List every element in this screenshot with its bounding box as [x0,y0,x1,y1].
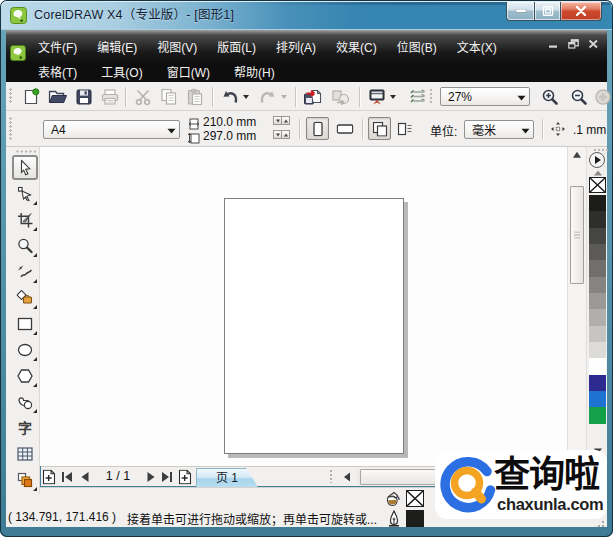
last-page-button[interactable] [159,468,175,486]
add-page-button[interactable] [41,468,57,486]
table-tool[interactable] [12,441,38,466]
paper-height-spinner[interactable] [273,130,290,139]
color-swatch-20-black[interactable] [589,326,606,342]
open-button[interactable] [47,86,69,108]
palette-flyout-button[interactable] [589,152,605,168]
launcher-button[interactable] [366,86,388,108]
paper-width-spinner[interactable] [273,116,290,125]
menu-item-e[interactable]: 编辑(E) [87,35,147,58]
color-swatch-40-black[interactable] [589,293,606,309]
color-swatch-90-black[interactable] [589,211,606,227]
welcome-button[interactable] [407,86,429,108]
menu-item-l[interactable]: 版面(L) [207,35,266,58]
polygon-tool[interactable] [12,363,38,388]
shape-tool[interactable] [12,181,38,206]
maximize-button[interactable] [534,2,561,21]
freehand-tool[interactable] [12,259,38,284]
color-swatch-cyan[interactable] [589,391,606,407]
print-button[interactable] [99,86,121,108]
color-swatch-black[interactable] [589,195,606,211]
document-minimize-button[interactable] [548,38,559,48]
document-close-button[interactable] [588,38,599,48]
vertical-scrollbar-thumb[interactable] [570,186,584,284]
undo-button[interactable] [219,86,241,108]
spin-down-icon[interactable] [273,116,282,125]
color-swatch-blue[interactable] [589,375,606,391]
basic-shapes-tool[interactable] [12,389,38,414]
scroll-up-button[interactable] [569,147,585,163]
color-swatch-green[interactable] [589,407,606,423]
spin-up-icon[interactable] [282,116,290,125]
no-color-swatch[interactable] [589,177,606,193]
menu-item-t[interactable]: 表格(T) [28,60,87,83]
color-swatch-white[interactable] [589,358,606,374]
paper-type-combo[interactable]: A4 [43,120,180,139]
spin-up-icon[interactable] [282,130,290,139]
rectangle-tool[interactable] [12,311,38,336]
first-page-button[interactable] [59,468,75,486]
spin-down-icon[interactable] [273,130,282,139]
pan-button[interactable] [592,86,613,108]
menu-item-x[interactable]: 文本(X) [447,35,507,58]
close-button[interactable] [561,2,602,21]
single-page-button[interactable] [393,117,416,140]
add-page-button[interactable] [177,468,193,486]
redo-button[interactable] [257,86,279,108]
menu-item-f[interactable]: 文件(F) [28,35,87,58]
outline-color-swatch[interactable] [406,510,424,527]
previous-page-button[interactable] [77,468,93,486]
units-combo[interactable]: 毫米 [464,120,534,139]
color-swatch-50-black[interactable] [589,277,606,293]
ellipse-tool[interactable] [12,337,38,362]
next-page-button[interactable] [143,468,159,486]
menu-item-c[interactable]: 效果(C) [326,35,387,58]
new-button[interactable] [20,86,42,108]
menu-item-a[interactable]: 排列(A) [266,35,326,58]
smart-fill-tool[interactable] [12,285,38,310]
nudge-offset-field[interactable]: .1 mm [573,123,606,137]
menu-item-v[interactable]: 视图(V) [147,35,207,58]
cut-button[interactable] [132,86,154,108]
menu-item-w[interactable]: 窗口(W) [157,60,220,83]
blend-tool[interactable] [12,467,38,492]
text-tool[interactable]: 字 [12,415,38,440]
paste-button[interactable] [184,86,206,108]
portrait-orientation-button[interactable] [306,117,329,140]
crop-tool[interactable] [12,207,38,232]
property-bar-grip[interactable] [9,117,13,140]
document-restore-button[interactable] [568,38,579,48]
color-swatch-10-black[interactable] [589,342,606,358]
menu-item-o[interactable]: 工具(O) [91,60,152,83]
launcher-dropdown-button[interactable] [387,86,399,108]
toolbox-grip[interactable] [16,150,38,154]
zoom-tool[interactable] [12,233,38,258]
canvas[interactable] [41,147,567,466]
color-swatch-30-black[interactable] [589,309,606,325]
color-swatch-60-black[interactable] [589,260,606,276]
toolbar-grip[interactable] [9,88,13,104]
save-button[interactable] [73,86,95,108]
menu-item-h[interactable]: 帮助(H) [224,60,285,83]
copy-button[interactable] [158,86,180,108]
paper-width-field[interactable]: 210.0 mm [203,115,256,129]
pick-tool[interactable] [12,155,38,180]
undo-dropdown-button[interactable] [240,86,252,108]
color-swatch-80-black[interactable] [589,228,606,244]
fill-color-swatch[interactable] [406,490,424,507]
hscroll-left-button[interactable] [339,468,355,486]
export-button[interactable] [330,86,352,108]
minimize-button[interactable] [506,2,534,21]
drawing-page[interactable] [224,198,404,454]
page-tab[interactable]: 页 1 [196,468,258,487]
menu-item-b[interactable]: 位图(B) [387,35,447,58]
zoom-level-combo[interactable]: 27% [440,87,530,106]
zoom-out-button[interactable] [568,86,590,108]
palette-scroll-up-button[interactable] [591,169,605,177]
redo-dropdown-button[interactable] [278,86,290,108]
color-swatch-70-black[interactable] [589,244,606,260]
import-button[interactable] [302,86,324,108]
paper-height-field[interactable]: 297.0 mm [203,129,256,143]
landscape-orientation-button[interactable] [333,117,356,140]
all-pages-button[interactable] [368,117,391,140]
vertical-scrollbar[interactable] [567,147,586,466]
